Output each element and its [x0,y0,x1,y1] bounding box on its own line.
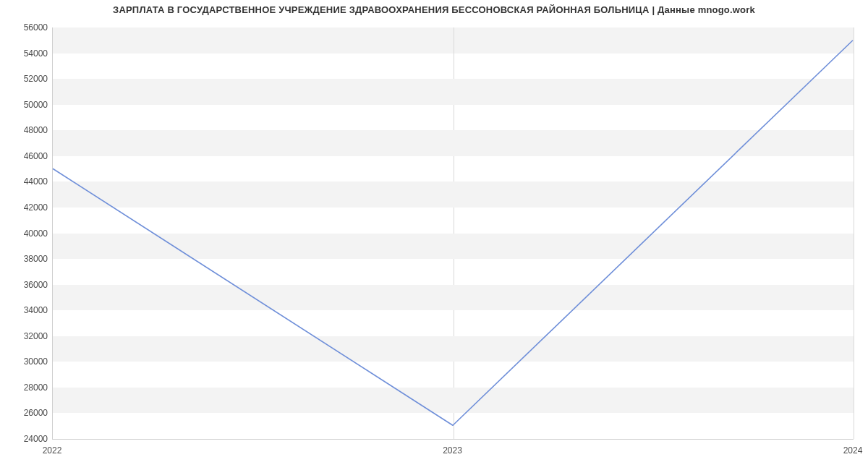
x-tick-label: 2024 [843,445,863,456]
y-tick-label: 24000 [13,434,48,444]
y-tick-label: 50000 [13,100,48,110]
y-tick-label: 32000 [13,331,48,341]
series-path [53,40,853,426]
y-tick-label: 38000 [13,254,48,264]
x-tick-label: 2022 [43,445,62,456]
x-tick-label: 2023 [443,445,462,456]
y-tick-label: 34000 [13,305,48,315]
grid-vline [854,27,854,439]
y-tick-label: 54000 [13,48,48,59]
chart-title: ЗАРПЛАТА В ГОСУДАРСТВЕННОЕ УЧРЕЖДЕНИЕ ЗД… [0,4,868,15]
y-tick-label: 56000 [13,22,48,33]
y-tick-label: 26000 [13,408,48,418]
y-tick-label: 40000 [13,228,48,239]
line-series [53,27,854,439]
y-tick-label: 48000 [13,125,48,135]
y-tick-label: 36000 [13,280,48,290]
y-tick-label: 30000 [13,356,48,367]
y-tick-label: 28000 [13,383,48,393]
chart-container: ЗАРПЛАТА В ГОСУДАРСТВЕННОЕ УЧРЕЖДЕНИЕ ЗД… [0,0,868,470]
y-tick-label: 46000 [13,151,48,161]
plot-area [52,27,854,440]
y-tick-label: 52000 [13,74,48,84]
y-tick-label: 42000 [13,202,48,213]
y-tick-label: 44000 [13,176,48,187]
